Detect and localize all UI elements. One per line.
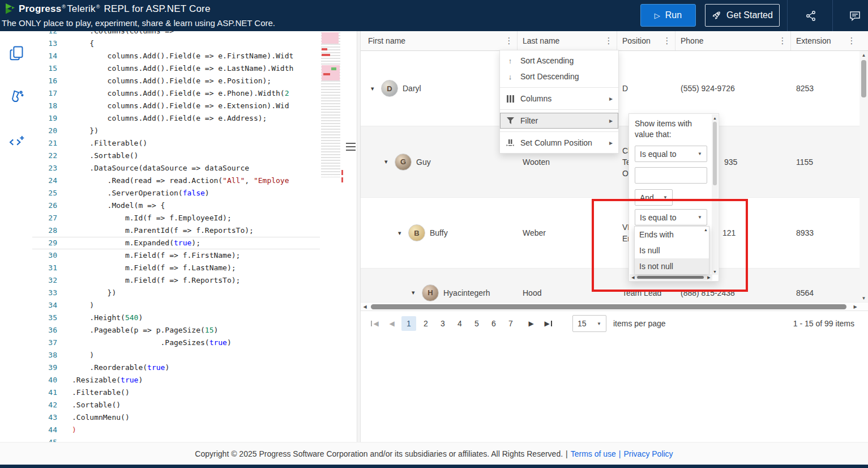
code-line[interactable]: 42.Sortable() <box>32 399 320 411</box>
code-line[interactable]: 32 m.Field(f => f.ReportsTo); <box>32 274 320 287</box>
pager-page-button[interactable]: 7 <box>503 316 518 331</box>
code-line[interactable]: 15 columns.Add().Field(e => e.LastName).… <box>32 62 320 75</box>
editor-minimap[interactable] <box>320 31 344 442</box>
column-header-last-name[interactable]: Last name ⋮ <box>518 31 617 50</box>
get-started-button[interactable]: Get Started <box>705 4 780 27</box>
pager-first-button[interactable]: ◀ <box>367 316 382 331</box>
code-line[interactable]: 12 .Columns(columns => <box>32 31 320 37</box>
collapse-caret-icon[interactable]: ▾ <box>384 158 392 165</box>
code-line[interactable]: 13 { <box>32 37 320 50</box>
code-line[interactable]: 30 m.Field(f => f.FirstName); <box>32 249 320 262</box>
vertical-scroll-thumb[interactable] <box>861 60 866 97</box>
pane-splitter[interactable] <box>357 31 361 442</box>
pager-page-button[interactable]: 6 <box>486 316 501 331</box>
code-line[interactable]: 36 .Pageable(p => p.PageSize(15) <box>32 324 320 337</box>
privacy-policy-link[interactable]: Privacy Policy <box>623 449 673 458</box>
snippets-button[interactable] <box>6 42 27 63</box>
code-line[interactable]: 35 .Height(540) <box>32 312 320 324</box>
pager-page-button[interactable]: 4 <box>452 316 467 331</box>
scroll-up-icon[interactable]: ▲ <box>704 228 708 232</box>
scroll-right-icon[interactable]: ▶ <box>705 274 712 280</box>
column-menu-icon[interactable]: ⋮ <box>604 36 614 46</box>
code-line[interactable]: 40.Resizable(true) <box>32 374 320 386</box>
filter-value-input[interactable] <box>635 167 707 184</box>
code-line[interactable]: 24 .Read(read => read.Action("All", "Emp… <box>32 175 320 187</box>
vertical-scroll-thumb[interactable] <box>713 122 717 185</box>
code-line[interactable]: 45 <box>32 436 320 442</box>
submenu-vertical-scrollbar[interactable]: ▲ ▼ <box>712 114 718 275</box>
code-line[interactable]: 26 .Model(m => { <box>32 199 320 212</box>
operator-option[interactable]: Is not null <box>635 258 709 274</box>
code-line[interactable]: 29 m.Expanded(true); <box>32 237 320 249</box>
splitter-grip[interactable] <box>346 143 356 151</box>
embed-code-button[interactable] <box>6 132 27 152</box>
code-line[interactable]: 27 m.Id(f => f.EmployeeId); <box>32 212 320 224</box>
experiment-flask-button[interactable] <box>6 87 27 107</box>
menu-item-filter[interactable]: Filter ▸ <box>500 113 618 129</box>
code-editor[interactable]: 12 .Columns(columns =>13 {14 columns.Add… <box>32 31 320 442</box>
code-line[interactable]: 17 columns.Add().Field(e => e.Phone).Wid… <box>32 87 320 100</box>
column-menu-icon[interactable]: ⋮ <box>777 36 788 46</box>
scroll-down-icon[interactable]: ▼ <box>860 294 868 302</box>
menu-item-set-column-position[interactable]: Set Column Position ▸ <box>500 135 618 151</box>
pager-page-button[interactable]: 1 <box>401 316 416 331</box>
column-header-position[interactable]: Position ⋮ <box>617 31 675 50</box>
operator-option[interactable]: Ends with <box>635 227 709 242</box>
code-line[interactable]: 28 m.ParentId(f => f.ReportsTo); <box>32 224 320 237</box>
code-line[interactable]: 20 }) <box>32 125 320 137</box>
scroll-left-icon[interactable]: ◀ <box>630 274 636 280</box>
code-line[interactable]: 34 ) <box>32 299 320 312</box>
pager-next-button[interactable]: ▶ <box>524 316 538 331</box>
menu-item-sort-descending[interactable]: ↓ Sort Descending <box>500 69 618 84</box>
code-line[interactable]: 37 .PageSizes(true) <box>32 337 320 349</box>
code-line[interactable]: 21 .Filterable() <box>32 137 320 150</box>
pager-page-button[interactable]: 2 <box>418 316 433 331</box>
collapse-caret-icon[interactable]: ▾ <box>371 85 379 92</box>
column-menu-icon[interactable]: ⋮ <box>846 36 857 46</box>
pager-last-button[interactable]: ▶ <box>541 316 555 331</box>
code-line[interactable]: 18 columns.Add().Field(e => e.Extension)… <box>32 100 320 112</box>
collapse-caret-icon[interactable]: ▾ <box>412 289 420 296</box>
share-button[interactable] <box>802 7 820 25</box>
scroll-right-icon[interactable]: ▶ <box>851 303 860 311</box>
code-line[interactable]: 38 ) <box>32 349 320 361</box>
code-line[interactable]: 22 .Sortable() <box>32 150 320 162</box>
code-line[interactable]: 43.ColumnMenu() <box>32 411 320 424</box>
column-menu-icon[interactable]: ⋮ <box>662 36 672 46</box>
scroll-up-icon[interactable]: ▲ <box>712 114 718 121</box>
code-line[interactable]: 16 columns.Add().Field(e => e.Position); <box>32 75 320 87</box>
horizontal-scroll-thumb[interactable] <box>371 304 846 309</box>
code-line[interactable]: 33 }) <box>32 287 320 299</box>
menu-item-columns[interactable]: Columns ▸ <box>500 91 618 107</box>
column-header-phone[interactable]: Phone ⋮ <box>675 31 791 50</box>
filter-logic-select[interactable]: And ▼ <box>635 189 673 206</box>
pager-page-button[interactable]: 5 <box>469 316 484 331</box>
table-row[interactable]: ▾ H Hyacintegerh Hood Team Lead (888) 81… <box>361 269 860 302</box>
run-button[interactable]: ▷ Run <box>640 4 696 27</box>
horizontal-scroll-thumb[interactable] <box>637 276 704 279</box>
scroll-left-icon[interactable]: ◀ <box>361 303 369 311</box>
grid-horizontal-scrollbar[interactable]: ◀ ▶ <box>361 302 868 310</box>
collapse-caret-icon[interactable]: ▾ <box>398 229 406 237</box>
column-header-first-name[interactable]: First name ⋮ <box>361 31 518 50</box>
code-line[interactable]: 44) <box>32 424 320 436</box>
operator-option[interactable]: Is null <box>635 242 709 258</box>
feedback-button[interactable] <box>846 7 864 25</box>
table-row[interactable]: ▾ B Buffy Weber VP, Eng 121 8933 <box>361 198 860 269</box>
page-size-select[interactable]: 15 ▼ <box>572 315 606 332</box>
filter-operator2-select[interactable]: Is equal to ▼ <box>635 209 707 226</box>
scroll-up-icon[interactable]: ▲ <box>860 51 868 59</box>
code-line[interactable]: 41.Filterable() <box>32 386 320 399</box>
code-line[interactable]: 23 .DataSource(dataSource => dataSource <box>32 162 320 175</box>
code-line[interactable]: 25 .ServerOperation(false) <box>32 187 320 199</box>
pager-previous-button[interactable]: ◀ <box>384 316 399 331</box>
code-line[interactable]: 39 .Reorderable(true) <box>32 361 320 374</box>
filter-operator-select[interactable]: Is equal to ▼ <box>635 146 707 162</box>
code-line[interactable]: 19 columns.Add().Field(e => e.Address); <box>32 112 320 125</box>
column-header-extension[interactable]: Extension ⋮ <box>791 31 860 50</box>
terms-of-use-link[interactable]: Terms of use <box>571 449 616 458</box>
scroll-down-icon[interactable]: ▼ <box>712 268 718 275</box>
code-line[interactable]: 14 columns.Add().Field(e => e.FirstName)… <box>32 50 320 62</box>
menu-item-sort-ascending[interactable]: ↑ Sort Ascending <box>500 53 618 69</box>
grid-vertical-scrollbar[interactable]: ▲ ▼ <box>860 51 868 302</box>
